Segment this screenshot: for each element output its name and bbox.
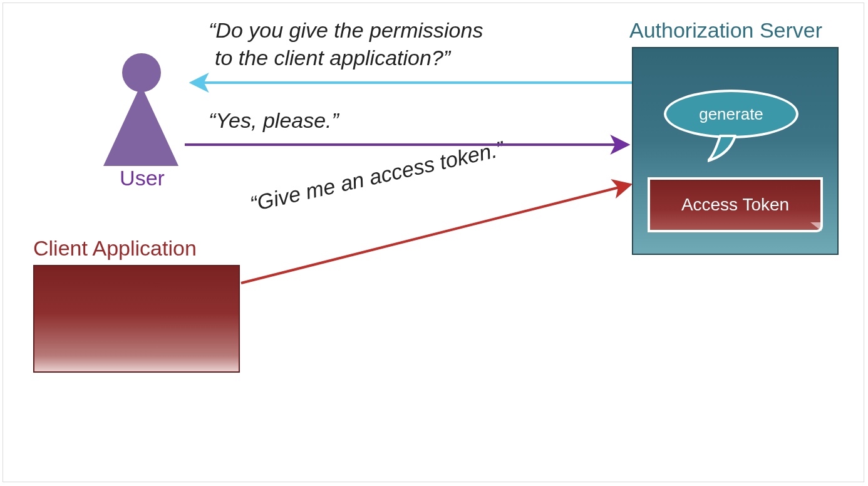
message-auth-to-user-line2: to the client application?” — [215, 44, 450, 71]
authorization-server-label: Authorization Server — [629, 18, 822, 43]
generate-text: generate — [699, 105, 763, 124]
access-token-label: Access Token — [681, 195, 789, 215]
message-auth-to-user-line1: “Do you give the permissions — [209, 17, 483, 44]
diagram-frame: User Client Application Authorization Se… — [3, 3, 864, 482]
message-client-to-auth: “Give me an access token.” — [247, 135, 506, 217]
client-application-label: Client Application — [33, 236, 197, 261]
client-application-box — [33, 265, 240, 373]
generate-speech-bubble: generate — [664, 90, 802, 162]
user-label: User — [105, 166, 180, 190]
access-token-box: Access Token — [648, 177, 823, 232]
user-icon — [103, 53, 178, 172]
message-user-to-auth: “Yes, please.” — [209, 107, 339, 134]
